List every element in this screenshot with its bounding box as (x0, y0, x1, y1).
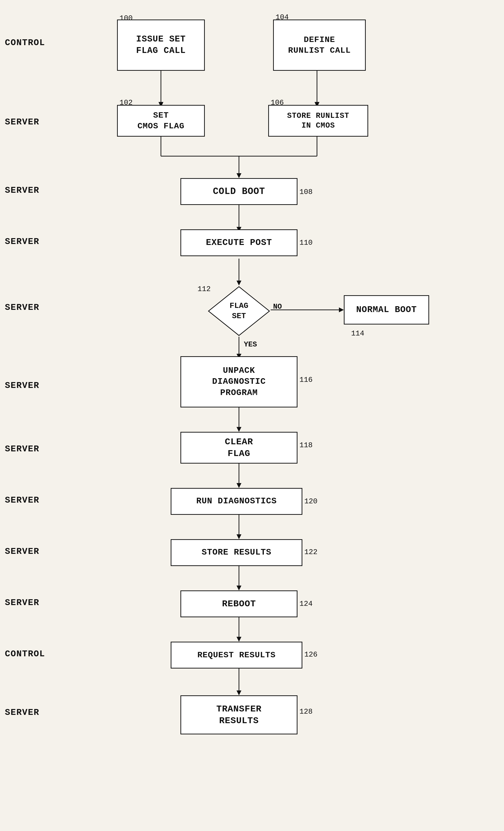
label-server-9: SERVER (5, 598, 39, 608)
box-normal-boot: NORMAL BOOT (344, 295, 429, 324)
label-server-6: SERVER (5, 444, 39, 454)
svg-marker-18 (237, 427, 241, 432)
box-store-runlist: STORE RUNLIST IN CMOS (268, 105, 368, 137)
box-cold-boot: COLD BOOT (180, 178, 297, 205)
svg-marker-26 (237, 637, 241, 642)
box-unpack-diag: UNPACK DIAGNOSTIC PROGRAM (180, 356, 297, 407)
ref-122: 122 (304, 548, 318, 556)
label-server-4: SERVER (5, 303, 39, 313)
ref-106: 106 (271, 98, 284, 107)
branch-no: NO (273, 303, 282, 311)
ref-126: 126 (304, 651, 318, 659)
box-set-cmos-flag: SET CMOS FLAG (117, 105, 205, 137)
svg-marker-8 (237, 173, 241, 178)
box-store-results: STORE RESULTS (171, 539, 302, 566)
label-control-1: CONTROL (5, 38, 45, 48)
ref-128: 128 (299, 708, 313, 716)
label-server-7: SERVER (5, 495, 39, 505)
box-clear-flag: CLEAR FLAG (180, 432, 297, 464)
svg-marker-24 (237, 585, 241, 591)
ref-102: 102 (119, 98, 132, 107)
ref-110: 110 (299, 239, 313, 247)
box-execute-post: EXECUTE POST (180, 229, 297, 256)
diagram-container: CONTROL ISSUE SET FLAG CALL 100 DEFINE R… (0, 0, 504, 831)
box-transfer-results: TRANSFER RESULTS (180, 695, 297, 735)
box-reboot: REBOOT (180, 591, 297, 617)
ref-114: 114 (351, 329, 364, 338)
box-run-diagnostics: RUN DIAGNOSTICS (171, 488, 302, 515)
svg-marker-28 (237, 690, 241, 695)
svg-marker-14 (339, 308, 344, 312)
svg-marker-20 (237, 483, 241, 488)
ref-124: 124 (299, 600, 313, 608)
ref-116: 116 (299, 376, 313, 384)
box-request-results: REQUEST RESULTS (171, 642, 302, 668)
svg-marker-22 (237, 534, 241, 539)
ref-120: 120 (304, 497, 318, 506)
box-define-runlist: DEFINE RUNLIST CALL (273, 20, 366, 71)
svg-marker-12 (237, 281, 241, 285)
label-server-2: SERVER (5, 185, 39, 195)
diamond-flag-set: FLAG SET (207, 285, 271, 337)
label-server-5: SERVER (5, 381, 39, 391)
label-server-3: SERVER (5, 237, 39, 247)
ref-100: 100 (119, 14, 132, 23)
label-server-1: SERVER (5, 117, 39, 127)
label-server-10: SERVER (5, 708, 39, 718)
label-control-2: CONTROL (5, 649, 45, 659)
box-issue-set-flag: ISSUE SET FLAG CALL (117, 20, 205, 71)
label-server-8: SERVER (5, 546, 39, 556)
branch-yes: YES (244, 340, 257, 349)
ref-112: 112 (198, 285, 211, 293)
ref-118: 118 (299, 441, 313, 450)
ref-108: 108 (299, 188, 313, 196)
ref-104: 104 (275, 13, 289, 22)
